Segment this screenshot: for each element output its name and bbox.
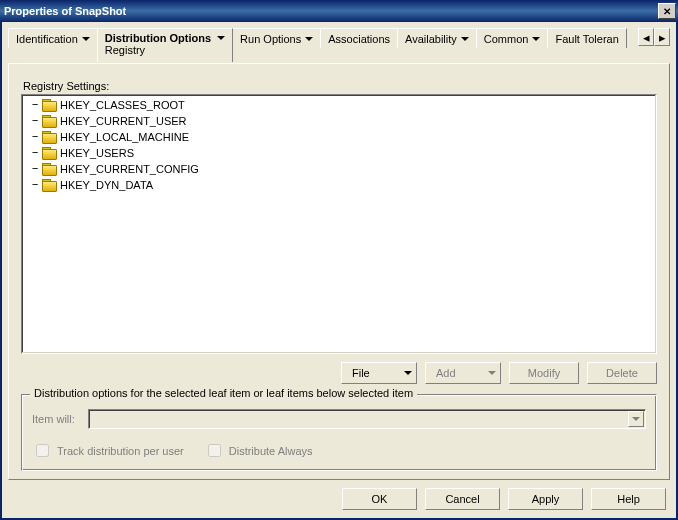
button-label: Add <box>436 367 456 379</box>
tab-panel: Registry Settings: –HKEY_CLASSES_ROOT–HK… <box>8 63 670 480</box>
apply-button[interactable]: Apply <box>508 488 583 510</box>
tab-label: Associations <box>328 33 390 45</box>
chevron-down-icon <box>217 36 225 40</box>
tree-label: HKEY_DYN_DATA <box>58 179 153 191</box>
registry-tree[interactable]: –HKEY_CLASSES_ROOT–HKEY_CURRENT_USER–HKE… <box>21 94 657 354</box>
tab-label: Fault Toleran <box>555 33 618 45</box>
distribution-options-group: Distribution options for the selected le… <box>21 394 657 471</box>
title-bar: Properties of SnapShot ✕ <box>0 0 678 22</box>
group-legend: Distribution options for the selected le… <box>30 387 417 399</box>
modify-button: Modify <box>509 362 579 384</box>
tree-row[interactable]: –HKEY_DYN_DATA <box>24 177 654 193</box>
button-label: Apply <box>532 493 560 505</box>
help-button[interactable]: Help <box>591 488 666 510</box>
window-title: Properties of SnapShot <box>4 5 658 17</box>
tab-label: Common <box>484 33 529 45</box>
tree-dash-icon: – <box>30 178 40 192</box>
tree-dash-icon: – <box>30 146 40 160</box>
tree-dash-icon: – <box>30 114 40 128</box>
chevron-down-icon <box>404 371 412 375</box>
tab-scroll-right[interactable]: ▸ <box>654 28 670 46</box>
tree-dash-icon: – <box>30 98 40 112</box>
tab-associations[interactable]: Associations <box>320 28 398 48</box>
tree-row[interactable]: –HKEY_CURRENT_CONFIG <box>24 161 654 177</box>
button-label: OK <box>372 493 388 505</box>
button-label: Modify <box>528 367 560 379</box>
delete-button: Delete <box>587 362 657 384</box>
window-body: Identification Distribution Options Regi… <box>0 22 678 520</box>
button-label: Help <box>617 493 640 505</box>
button-label: Cancel <box>445 493 479 505</box>
chevron-down-icon <box>305 37 313 41</box>
tab-scroll-left[interactable]: ◂ <box>638 28 654 46</box>
chevron-down-icon <box>82 37 90 41</box>
tree-label: HKEY_CURRENT_USER <box>58 115 187 127</box>
folder-icon <box>42 131 56 143</box>
item-will-select <box>88 409 646 429</box>
chevron-down-icon <box>488 371 496 375</box>
tree-label: HKEY_CURRENT_CONFIG <box>58 163 199 175</box>
add-dropdown: Add <box>425 362 501 384</box>
tab-label: Identification <box>16 33 78 45</box>
tab-label: Availability <box>405 33 457 45</box>
tab-scroll-controls: ◂ ▸ <box>638 28 670 46</box>
checkbox-input <box>36 444 49 457</box>
tab-common[interactable]: Common <box>476 28 549 48</box>
chevron-down-icon <box>532 37 540 41</box>
chevron-down-icon <box>461 37 469 41</box>
tab-sublabel: Registry <box>105 44 145 56</box>
section-label: Registry Settings: <box>23 80 657 92</box>
tree-dash-icon: – <box>30 130 40 144</box>
tab-run-options[interactable]: Run Options <box>232 28 321 48</box>
tree-label: HKEY_CLASSES_ROOT <box>58 99 185 111</box>
item-will-label: Item will: <box>32 413 82 425</box>
close-button[interactable]: ✕ <box>658 3 676 19</box>
cancel-button[interactable]: Cancel <box>425 488 500 510</box>
file-dropdown[interactable]: File <box>341 362 417 384</box>
tab-label: Distribution Options <box>105 32 211 44</box>
distribute-always-checkbox: Distribute Always <box>204 441 313 460</box>
ok-button[interactable]: OK <box>342 488 417 510</box>
folder-icon <box>42 99 56 111</box>
checkbox-input <box>208 444 221 457</box>
tree-label: HKEY_USERS <box>58 147 134 159</box>
button-label: File <box>352 367 370 379</box>
tree-row[interactable]: –HKEY_CLASSES_ROOT <box>24 97 654 113</box>
tree-toolbar: File Add Modify Delete <box>21 362 657 384</box>
folder-icon <box>42 147 56 159</box>
tree-row[interactable]: –HKEY_CURRENT_USER <box>24 113 654 129</box>
button-label: Delete <box>606 367 638 379</box>
tree-dash-icon: – <box>30 162 40 176</box>
tree-row[interactable]: –HKEY_LOCAL_MACHINE <box>24 129 654 145</box>
track-distribution-checkbox: Track distribution per user <box>32 441 184 460</box>
tab-identification[interactable]: Identification <box>8 28 98 48</box>
tab-availability[interactable]: Availability <box>397 28 477 48</box>
tab-fault-tolerance[interactable]: Fault Toleran <box>547 28 626 48</box>
checkbox-label: Distribute Always <box>229 445 313 457</box>
tab-strip: Identification Distribution Options Regi… <box>8 28 670 64</box>
folder-icon <box>42 179 56 191</box>
chevron-down-icon <box>628 411 644 427</box>
tree-row[interactable]: –HKEY_USERS <box>24 145 654 161</box>
checkbox-label: Track distribution per user <box>57 445 184 457</box>
folder-icon <box>42 163 56 175</box>
tab-label: Run Options <box>240 33 301 45</box>
chevron-right-icon: ▸ <box>659 30 666 45</box>
tree-label: HKEY_LOCAL_MACHINE <box>58 131 189 143</box>
dialog-button-row: OK Cancel Apply Help <box>8 480 670 512</box>
tab-distribution-options[interactable]: Distribution Options Registry <box>97 28 233 62</box>
chevron-left-icon: ◂ <box>643 30 650 45</box>
folder-icon <box>42 115 56 127</box>
